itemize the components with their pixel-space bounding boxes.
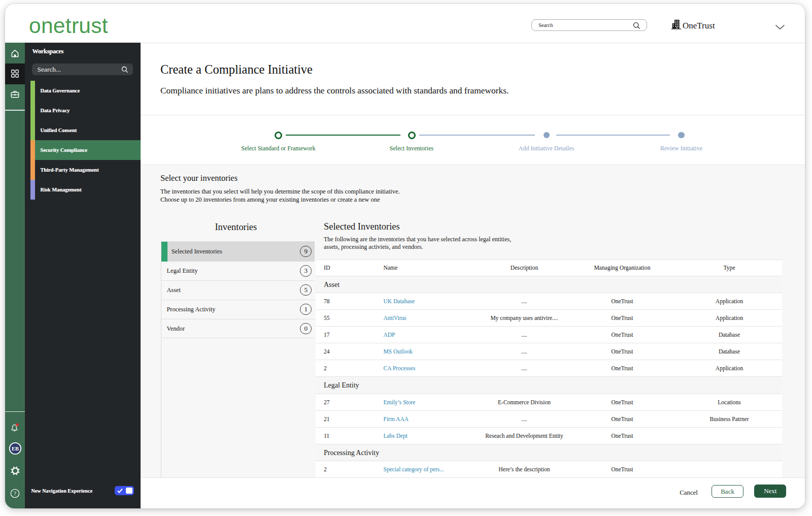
svg-text:?: ?	[14, 490, 16, 496]
svg-text:EB: EB	[12, 446, 19, 452]
